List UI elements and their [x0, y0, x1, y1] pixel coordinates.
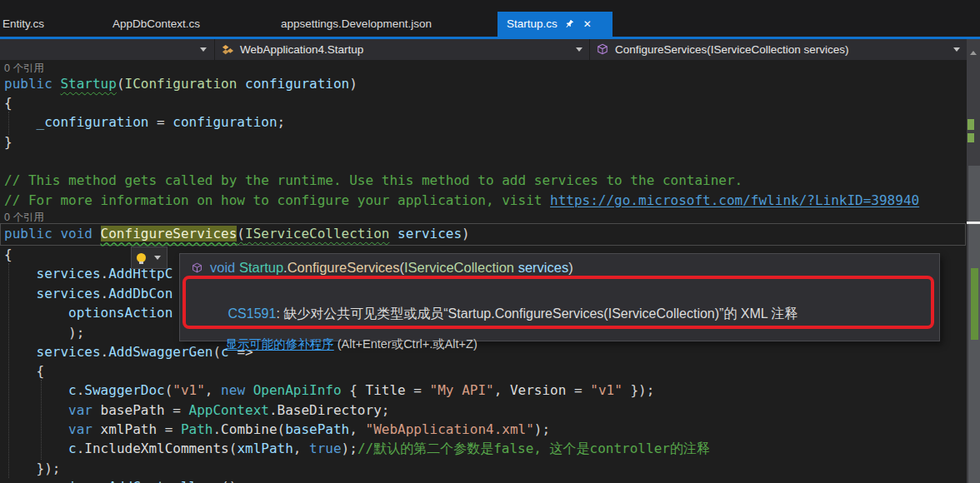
code-segment: =	[566, 382, 590, 398]
code-segment	[4, 382, 68, 398]
code-segment: ;	[382, 402, 390, 418]
codelens-references[interactable]: 0 个引用	[4, 211, 44, 224]
code-segment: AddDbCon	[108, 286, 172, 301]
code-segment: .	[101, 286, 109, 301]
code-segment: );	[68, 325, 84, 341]
chevron-down-icon	[576, 47, 582, 52]
show-fixes-link[interactable]: 显示可能的修补程序	[225, 337, 334, 351]
diagnostic-separator: :	[276, 306, 283, 321]
code-segment: 0 个引用	[4, 62, 44, 74]
codelens-references[interactable]: 0 个引用	[4, 62, 44, 75]
code-line[interactable]: var xmlPath = Path.Combine(basePath, "We…	[4, 420, 550, 439]
method-signature: void Startup.ConfigureServices(IServiceC…	[192, 260, 573, 276]
chevron-down-icon	[200, 47, 207, 52]
code-segment: {	[4, 95, 12, 111]
code-line[interactable]: services.AddControllers();	[4, 477, 245, 483]
signature-segment: void	[210, 260, 235, 275]
code-segment: Version	[510, 382, 566, 398]
quick-actions-lightbulb[interactable]	[131, 246, 168, 269]
tab-label: Startup.cs	[498, 12, 558, 37]
code-segment: ,	[494, 382, 510, 398]
code-segment: =	[148, 114, 172, 130]
code-segment: basePath	[285, 421, 349, 437]
code-line[interactable]: // For more information on how to config…	[4, 191, 919, 210]
tab-appsettings-development-json[interactable]: appsettings.Development.json	[250, 12, 462, 37]
code-segment	[4, 325, 68, 341]
code-segment: IServiceCollection	[245, 226, 389, 242]
code-segment: });	[4, 461, 60, 476]
code-segment: .	[212, 421, 221, 437]
vs-code-editor-window: Entity.cs AppDbContext.cs appsettings.De…	[0, 0, 980, 483]
code-segment	[389, 226, 398, 242]
code-segment: BaseDirectory	[278, 402, 382, 418]
code-line[interactable]: _configuration = configuration;	[4, 112, 285, 132]
code-segment: https://go.microsoft.com/fwlink/?LinkID=…	[550, 192, 919, 208]
project-dropdown[interactable]	[0, 39, 214, 60]
code-segment: IncludeXmlComments	[84, 441, 228, 456]
code-line[interactable]: });	[4, 459, 60, 478]
type-dropdown[interactable]: WebApplication4.Startup	[214, 39, 590, 60]
code-segment: configuration	[172, 114, 277, 130]
code-segment: var	[68, 402, 92, 418]
signature-segment: services	[518, 260, 569, 275]
code-line[interactable]: {	[4, 245, 12, 264]
method-icon	[192, 262, 202, 273]
code-segment: public	[4, 76, 60, 92]
code-segment: (	[278, 421, 286, 437]
code-segment: //默认的第二个参数是false, 这个是controller的注释	[358, 441, 710, 456]
scroll-up-arrow-icon[interactable]	[970, 51, 977, 55]
code-segment: );	[534, 421, 550, 437]
code-segment: ();	[221, 479, 245, 483]
code-segment: =	[172, 402, 188, 418]
diagnostic-code-link[interactable]: CS1591	[228, 306, 277, 321]
code-line[interactable]: services.AddDbCon	[4, 284, 172, 303]
code-line[interactable]: c.IncludeXmlComments(xmlPath, true);//默认…	[4, 439, 710, 458]
code-segment: services	[37, 479, 101, 483]
code-segment: xmlPath	[92, 421, 165, 437]
code-line[interactable]: public void ConfigureServices(IServiceCo…	[4, 224, 470, 243]
fix-shortcut-text: (Alt+Enter或Ctrl+.或Alt+Z)	[334, 337, 478, 351]
code-line[interactable]: optionsAction	[4, 303, 172, 322]
code-segment: new	[221, 382, 253, 398]
diagnostic-text: 缺少对公共可见类型或成员“Startup.ConfigureServices(I…	[283, 306, 798, 321]
code-segment: "My API"	[430, 382, 494, 398]
code-segment: AddControllers	[108, 479, 221, 483]
signature-segment: IServiceCollection	[404, 260, 514, 275]
method-icon	[597, 43, 609, 56]
code-segment: {	[4, 363, 44, 379]
code-segment: }	[4, 134, 12, 150]
code-line[interactable]: public Startup(IConfiguration configurat…	[4, 74, 358, 93]
code-line[interactable]: var basePath = AppContext.BaseDirectory;	[4, 401, 389, 420]
code-segment: ,	[349, 421, 365, 437]
navigation-bar: WebApplication4.Startup ConfigureService…	[0, 39, 967, 61]
code-segment: Path	[181, 421, 213, 437]
code-segment	[4, 286, 37, 301]
code-line[interactable]: {	[4, 361, 44, 381]
code-segment: ;	[278, 114, 286, 130]
code-segment: public void	[4, 226, 101, 242]
tab-startup-cs[interactable]: Startup.cs ✕	[498, 12, 612, 37]
signature-segment: ConfigureServices	[288, 260, 400, 275]
code-segment: "WebApplication4.xml"	[366, 421, 534, 437]
code-line[interactable]: // This method gets called by the runtim…	[4, 171, 742, 190]
code-segment: (	[117, 76, 125, 92]
code-segment	[4, 114, 37, 130]
code-line[interactable]: c.SwaggerDoc("v1", new OpenApiInfo { Tit…	[4, 381, 654, 400]
member-dropdown[interactable]: ConfigureServices(IServiceCollection ser…	[589, 39, 968, 60]
close-icon[interactable]: ✕	[581, 17, 594, 31]
pin-icon[interactable]	[562, 17, 576, 31]
code-segment	[4, 402, 68, 418]
scrollbar-change-mark	[968, 133, 974, 142]
vertical-scrollbar[interactable]	[967, 39, 980, 483]
code-editor[interactable]: 0 个引用public Startup(IConfiguration confi…	[0, 60, 967, 483]
code-line[interactable]: }	[4, 132, 12, 152]
code-line[interactable]: );	[4, 323, 84, 342]
tab-appdbcontext-cs[interactable]: AppDbContext.cs	[79, 12, 233, 37]
code-segment: c	[68, 441, 77, 456]
code-segment: ,	[205, 382, 221, 398]
code-line[interactable]: {	[4, 93, 12, 112]
code-segment: services	[37, 266, 101, 281]
signature-segment: Startup	[239, 260, 283, 275]
code-segment: // This method gets called by the runtim…	[4, 172, 742, 188]
code-segment: AppContext	[189, 402, 269, 418]
